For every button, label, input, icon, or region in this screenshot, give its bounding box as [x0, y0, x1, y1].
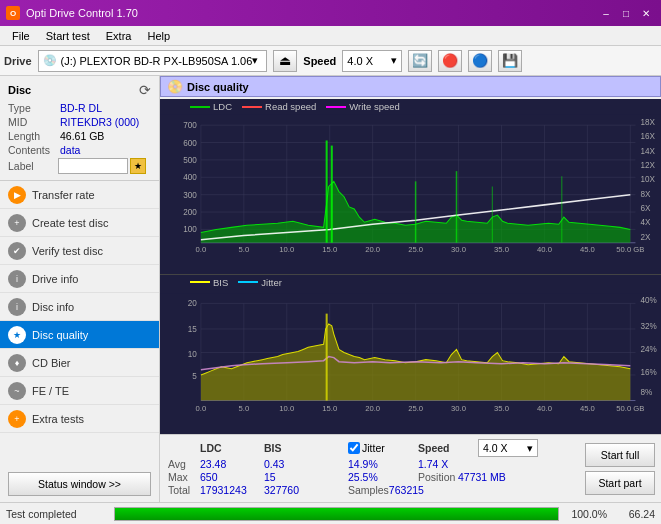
menu-start-test[interactable]: Start test [38, 28, 98, 44]
sidebar-item-disc-info[interactable]: i Disc info [0, 293, 159, 321]
sidebar-item-verify-test-disc[interactable]: ✔ Verify test disc [0, 237, 159, 265]
sidebar-menu: ▶ Transfer rate + Create test disc ✔ Ver… [0, 181, 159, 466]
svg-text:12X: 12X [641, 161, 656, 170]
transfer-rate-label: Transfer rate [32, 189, 95, 201]
svg-text:40.0: 40.0 [537, 245, 552, 254]
sidebar-item-fe-te[interactable]: ~ FE / TE [0, 377, 159, 405]
avg-bis: 0.43 [264, 458, 328, 470]
legend-write-speed: Write speed [326, 101, 400, 112]
svg-text:5.0: 5.0 [239, 404, 250, 413]
svg-text:8X: 8X [641, 190, 652, 199]
svg-text:40.0: 40.0 [537, 404, 552, 413]
minimize-button[interactable]: – [597, 4, 615, 22]
position-label: Position [418, 471, 458, 483]
refresh-button[interactable]: 🔄 [408, 50, 432, 72]
legend-ldc: LDC [190, 101, 232, 112]
speed-dropdown-value: 4.0 X [483, 442, 508, 454]
speed-dropdown[interactable]: 4.0 X ▾ [478, 439, 538, 457]
menu-extra[interactable]: Extra [98, 28, 140, 44]
drive-selector[interactable]: 💿 (J:) PLEXTOR BD-R PX-LB950SA 1.06 ▾ [38, 50, 268, 72]
start-part-button[interactable]: Start part [585, 471, 655, 495]
svg-text:10.0: 10.0 [279, 245, 294, 254]
length-value: 46.61 GB [60, 130, 104, 142]
start-buttons: Start full Start part [579, 435, 661, 502]
status-window-button[interactable]: Status window >> [8, 472, 151, 496]
type-label: Type [8, 102, 56, 114]
sidebar-item-transfer-rate[interactable]: ▶ Transfer rate [0, 181, 159, 209]
title-bar: O Opti Drive Control 1.70 – □ ✕ [0, 0, 661, 26]
create-test-icon: + [8, 214, 26, 232]
bottom-chart-svg: 20 15 10 5 40% 32% 24% 16% 8% 0.0 5.0 10… [160, 275, 661, 434]
disc-quality-label: Disc quality [32, 329, 88, 341]
svg-text:400: 400 [183, 173, 197, 182]
transfer-rate-icon: ▶ [8, 186, 26, 204]
maximize-button[interactable]: □ [617, 4, 635, 22]
svg-text:50.0 GB: 50.0 GB [616, 404, 644, 413]
drive-label: Drive [4, 55, 32, 67]
sidebar-item-disc-quality[interactable]: ★ Disc quality [0, 321, 159, 349]
total-ldc: 17931243 [200, 484, 264, 496]
max-position: 47731 MB [458, 471, 518, 483]
svg-text:4X: 4X [641, 218, 652, 227]
speed-selector[interactable]: 4.0 X ▾ [342, 50, 402, 72]
progress-text: 100.0% [567, 508, 607, 520]
menu-help[interactable]: Help [139, 28, 178, 44]
disc-quality-icon: ★ [8, 326, 26, 344]
stats-section: LDC BIS Jitter Speed 4.0 X ▾ Avg [160, 434, 661, 502]
svg-text:10: 10 [188, 350, 198, 359]
svg-text:16%: 16% [641, 368, 657, 377]
sidebar-item-drive-info[interactable]: i Drive info [0, 265, 159, 293]
avg-ldc: 23.48 [200, 458, 264, 470]
bottom-chart-area: BIS Jitter [160, 275, 661, 434]
progress-bar-fill [115, 508, 558, 520]
start-full-button[interactable]: Start full [585, 443, 655, 467]
settings-button2[interactable]: 🔵 [468, 50, 492, 72]
extra-tests-icon: + [8, 410, 26, 428]
ldc-legend-line [190, 106, 210, 108]
sidebar-item-create-test-disc[interactable]: + Create test disc [0, 209, 159, 237]
svg-text:45.0: 45.0 [580, 245, 595, 254]
menu-file[interactable]: File [4, 28, 38, 44]
jitter-checkbox[interactable] [348, 442, 360, 454]
svg-text:45.0: 45.0 [580, 404, 595, 413]
svg-text:20: 20 [188, 299, 198, 308]
svg-text:700: 700 [183, 121, 197, 130]
svg-text:18X: 18X [641, 118, 656, 127]
legend-read-speed: Read speed [242, 101, 316, 112]
avg-label: Avg [168, 458, 200, 470]
settings-button1[interactable]: 🔴 [438, 50, 462, 72]
save-button[interactable]: 💾 [498, 50, 522, 72]
jitter-checkbox-label: Jitter [362, 442, 385, 454]
top-chart-svg: 700 600 500 400 300 200 100 18X 16X 14X … [160, 99, 661, 274]
jitter-checkbox-container: Jitter [348, 442, 418, 454]
svg-text:600: 600 [183, 139, 197, 148]
mid-value: RITEKDR3 (000) [60, 116, 139, 128]
menu-bar: File Start test Extra Help [0, 26, 661, 46]
svg-text:2X: 2X [641, 233, 652, 242]
samples-label: Samples [348, 484, 389, 496]
svg-text:14X: 14X [641, 147, 656, 156]
svg-text:25.0: 25.0 [408, 404, 423, 413]
avg-speed: 1.74 X [418, 458, 478, 470]
sidebar-item-extra-tests[interactable]: + Extra tests [0, 405, 159, 433]
write-speed-legend-line [326, 106, 346, 108]
svg-text:15.0: 15.0 [322, 404, 337, 413]
main-area: Disc ⟳ Type BD-R DL MID RITEKDR3 (000) L… [0, 76, 661, 502]
disc-refresh-icon[interactable]: ⟳ [139, 82, 151, 98]
disc-title: Disc [8, 84, 31, 96]
svg-text:15: 15 [188, 325, 198, 334]
svg-text:20.0: 20.0 [365, 404, 380, 413]
stats-table: LDC BIS Jitter Speed 4.0 X ▾ Avg [160, 435, 579, 502]
label-input[interactable] [58, 158, 128, 174]
svg-text:20.0: 20.0 [365, 245, 380, 254]
sidebar-item-cd-bier[interactable]: ♦ CD Bier [0, 349, 159, 377]
total-bis: 327760 [264, 484, 328, 496]
eject-button[interactable]: ⏏ [273, 50, 297, 72]
verify-test-icon: ✔ [8, 242, 26, 260]
label-icon-button[interactable]: ★ [130, 158, 146, 174]
svg-text:0.0: 0.0 [196, 404, 207, 413]
svg-text:5.0: 5.0 [239, 245, 250, 254]
close-button[interactable]: ✕ [637, 4, 655, 22]
chart-header: 📀 Disc quality [160, 76, 661, 97]
cd-bier-label: CD Bier [32, 357, 71, 369]
